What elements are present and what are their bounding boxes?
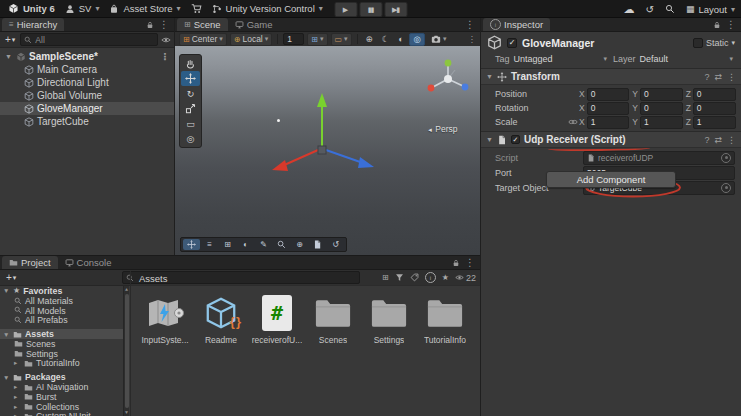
overlay-grid-button[interactable]: ⊞ <box>219 239 236 250</box>
tab-hierarchy[interactable]: ≡ Hierarchy <box>2 18 64 31</box>
expand-icon[interactable]: ▼ <box>486 73 493 80</box>
collapse-icon[interactable]: ▸ <box>14 383 21 391</box>
folder-settings[interactable]: Settings <box>363 294 415 345</box>
expand-icon[interactable]: ▼ <box>3 331 10 338</box>
presets-icon[interactable]: ⇄ <box>714 135 722 145</box>
position-y-field[interactable]: 0 <box>640 88 683 101</box>
panel-menu-icon[interactable]: ⋮ <box>159 19 169 30</box>
scale-tool[interactable] <box>181 101 200 116</box>
scale-x-field[interactable]: 1 <box>587 116 630 129</box>
panel-menu-icon[interactable]: ⋮ <box>465 19 475 30</box>
cart-button[interactable] <box>191 3 202 14</box>
layer-dropdown[interactable]: Default ▾ <box>640 54 735 64</box>
overlay-draw-button[interactable]: ✎ <box>255 239 272 250</box>
tree-collections[interactable]: ▸ Collections <box>0 402 123 412</box>
asset-readme[interactable]: { } Readme <box>195 294 247 345</box>
gizmos-toggle[interactable]: ⊕ <box>363 34 376 45</box>
tree-assets[interactable]: ▼ Assets <box>0 329 123 339</box>
hierarchy-scene-row[interactable]: ▼ SampleScene* ⋮ <box>0 50 174 63</box>
version-control-dropdown[interactable]: Unity Version Control ▾ <box>212 3 323 14</box>
collapse-icon[interactable]: ▸ <box>14 403 21 411</box>
tree-scenes[interactable]: Scenes <box>0 339 123 349</box>
hierarchy-create-button[interactable]: + ▾ <box>3 34 17 45</box>
tree-all-models[interactable]: All Models <box>0 306 123 316</box>
hierarchy-item-directional-light[interactable]: Directional Light <box>0 76 174 89</box>
tree-all-materials[interactable]: All Materials <box>0 296 123 306</box>
account-dropdown[interactable]: SV ▾ <box>65 3 100 14</box>
lighting-toggle[interactable]: ☾ <box>379 34 393 45</box>
step-button[interactable]: ▶▮ <box>384 2 407 17</box>
rect-tool[interactable]: ▭ <box>181 116 200 131</box>
position-z-field[interactable]: 0 <box>693 88 736 101</box>
scroll-down-icon[interactable]: ▼ <box>124 409 129 415</box>
object-picker-icon[interactable] <box>721 153 731 163</box>
snap-dropdown[interactable]: ▭ ▾ <box>331 33 352 46</box>
layout-dropdown[interactable]: ▦ Layout ▾ <box>686 4 735 15</box>
overlay-align-button[interactable]: ≡ <box>201 239 218 250</box>
space-dropdown[interactable]: ⊕ Local ▾ <box>230 33 273 46</box>
asset-store-dropdown[interactable]: Asset Store ▾ <box>109 3 180 14</box>
static-group[interactable]: Static ▾ <box>693 38 735 48</box>
rotate-tool[interactable]: ↻ <box>181 86 200 101</box>
camera-dropdown[interactable]: ▾ <box>428 34 450 45</box>
unity-menu[interactable]: Unity 6 <box>8 3 55 14</box>
panel-menu-icon[interactable]: ⋮ <box>726 19 736 30</box>
hierarchy-item-global-volume[interactable]: Global Volume <box>0 89 174 102</box>
tree-favorites[interactable]: ▼ ★ Favorites <box>0 286 123 296</box>
overlay-move-button[interactable] <box>183 239 200 250</box>
rotation-x-field[interactable]: 0 <box>587 102 630 115</box>
expand-icon[interactable]: ▼ <box>486 136 493 143</box>
hierarchy-search-input[interactable]: All <box>20 33 158 46</box>
help-icon[interactable]: ? <box>704 72 709 82</box>
static-checkbox[interactable] <box>693 38 703 48</box>
panel-menu-icon[interactable]: ⋮ <box>465 257 475 268</box>
tree-settings[interactable]: Settings <box>0 349 123 359</box>
link-icon[interactable] <box>568 117 578 127</box>
move-gizmo[interactable] <box>260 91 385 196</box>
tab-inspector[interactable]: i Inspector <box>483 18 550 31</box>
scene-menu-icon[interactable]: ⋮ <box>160 51 170 62</box>
tab-console[interactable]: Console <box>58 256 119 269</box>
overlay-layers-button[interactable] <box>309 239 326 250</box>
tab-project[interactable]: Project <box>2 256 58 269</box>
scene-canvas[interactable]: ↻ ▭ ◎ ◄ Persp <box>175 46 480 255</box>
folder-scenes[interactable]: Scenes <box>307 294 359 345</box>
expand-icon[interactable]: ▼ <box>5 53 13 60</box>
tree-ai-navigation[interactable]: ▸ AI Navigation <box>0 382 123 392</box>
play-button[interactable]: ▶ <box>334 2 357 17</box>
breadcrumb[interactable]: Assets <box>131 271 480 286</box>
lock-icon[interactable] <box>713 21 721 29</box>
scale-z-field[interactable]: 1 <box>693 116 736 129</box>
scroll-up-icon[interactable]: ▼ <box>124 287 129 293</box>
tab-game[interactable]: Game <box>228 18 280 31</box>
history-button[interactable]: ↺ <box>646 4 654 15</box>
tree-scrollbar[interactable]: ▼ ▼ <box>123 286 129 416</box>
collapse-icon[interactable]: ▸ <box>14 393 21 401</box>
object-picker-icon[interactable] <box>721 183 731 193</box>
view-tool[interactable] <box>181 56 200 71</box>
tag-dropdown[interactable]: Untagged ▾ <box>514 54 609 64</box>
gameobject-header-icon[interactable] <box>487 35 502 50</box>
expand-icon[interactable]: ▼ <box>3 374 10 381</box>
scene-picking-icon[interactable] <box>161 35 171 45</box>
transform-tool[interactable]: ◎ <box>181 131 200 146</box>
overlay-history-button[interactable]: ↺ <box>327 239 344 250</box>
project-create-button[interactable]: + ▾ <box>4 272 18 283</box>
persp-label[interactable]: ◄ Persp <box>427 124 458 134</box>
scale-y-field[interactable]: 1 <box>640 116 683 129</box>
overlay-tools-button[interactable]: ⊕ <box>291 239 308 250</box>
overlay-orientation-button[interactable]: ◐ <box>237 239 254 250</box>
grid-visual-dropdown[interactable]: ⊞ ▾ <box>307 33 327 46</box>
tab-scene[interactable]: ⊞ Scene <box>177 18 228 31</box>
expand-icon[interactable]: ▼ <box>3 287 10 294</box>
cloud-button[interactable]: ☁ <box>624 3 635 16</box>
component-menu-icon[interactable]: ⋮ <box>727 135 736 145</box>
tree-custom-nunit[interactable]: ▸ Custom NUnit <box>0 412 123 416</box>
component-menu-icon[interactable]: ⋮ <box>727 72 736 82</box>
overlay-search-button[interactable] <box>273 239 290 250</box>
collapse-icon[interactable]: ▸ <box>14 412 21 416</box>
presets-icon[interactable]: ⇄ <box>714 72 722 82</box>
audio-toggle[interactable]: ◐ <box>395 34 406 45</box>
folder-tutorialinfo[interactable]: TutorialInfo <box>419 294 471 345</box>
tree-tutorialinfo[interactable]: ▸ TutorialInfo <box>0 359 123 369</box>
